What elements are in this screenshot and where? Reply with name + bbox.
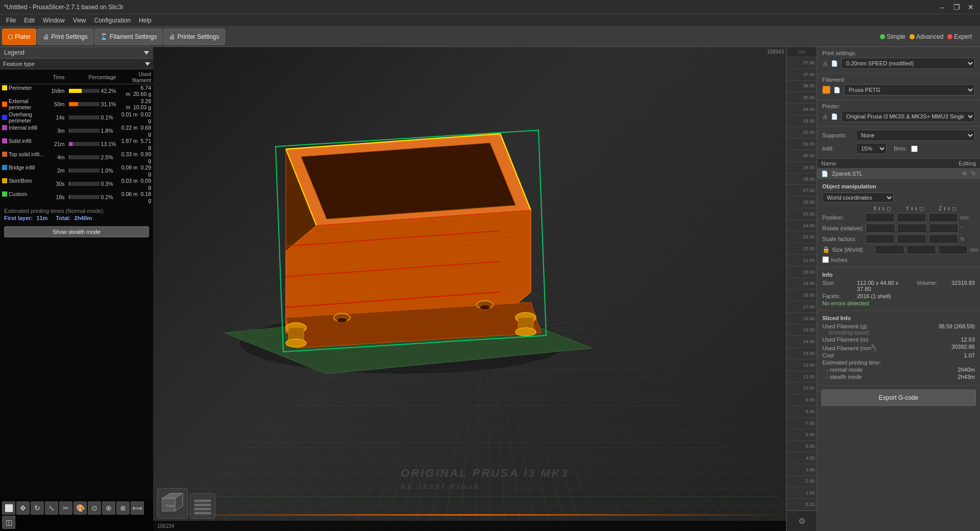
size-row: 🔒 Size [World]: 112 44.8 37.8 mm xyxy=(822,245,975,254)
axis-header-row: X ⬆⬇ ◻ Y ⬆⬇ ◻ Z ⬆⬇ ◻ xyxy=(822,206,975,211)
scale-tool[interactable]: ⤡ xyxy=(45,501,58,515)
object-list-name-col: Name xyxy=(821,160,836,166)
ruler-mark: 19.00 xyxy=(787,278,817,290)
color-tool[interactable]: 🎨 xyxy=(74,501,87,515)
status-bar: 106234 xyxy=(153,521,786,531)
menu-item-configuration[interactable]: Configuration xyxy=(90,16,135,25)
rotate-z-input[interactable]: 0 xyxy=(929,224,959,233)
advanced-mode[interactable]: Advanced xyxy=(910,33,943,40)
view-cube[interactable]: Front xyxy=(157,488,188,519)
settings-icon[interactable]: ⚙ xyxy=(798,516,805,526)
menu-item-view[interactable]: View xyxy=(69,16,90,25)
print-profile-select[interactable]: 0.20mm SPEED (modified) xyxy=(841,58,975,69)
lock-icon[interactable]: 🔒 xyxy=(822,246,830,253)
color-swatch xyxy=(2,85,7,90)
stat-name-cell: Solid infill xyxy=(0,137,49,144)
rotate-x-input[interactable]: 0 xyxy=(866,224,895,233)
ruler-mark: 35.00 xyxy=(787,92,817,104)
stat-filament: 0.09 m 0.29 g xyxy=(118,164,153,177)
color-swatch xyxy=(2,115,7,120)
stat-time: 14s xyxy=(49,111,66,124)
close-button[interactable]: ✕ xyxy=(966,2,976,12)
position-x-input[interactable]: 125 xyxy=(865,213,895,222)
stat-name-cell: Skirt/Brim xyxy=(0,177,49,184)
coord-system-select[interactable]: World coordinates xyxy=(822,192,894,203)
legend-header: Legend xyxy=(0,47,153,59)
support-tool[interactable]: ⊙ xyxy=(88,501,101,515)
filament-settings-button[interactable]: 🧵 Filament Settings xyxy=(94,29,163,45)
menu-item-edit[interactable]: Edit xyxy=(20,16,39,25)
print-settings-button[interactable]: 🖨 Print Settings xyxy=(37,29,93,45)
ruler-mark: 12.00 xyxy=(787,359,817,371)
stat-pct: 42.2% xyxy=(67,84,118,98)
stat-filament: 6.74 m 20.60 g xyxy=(118,84,153,98)
infill-label: Infill: xyxy=(822,146,853,152)
height-tool[interactable]: ⟺ xyxy=(131,501,144,515)
position-z-input[interactable]: 18.9 xyxy=(928,213,958,222)
legend-collapse-icon[interactable] xyxy=(144,51,149,55)
inches-row: Inches xyxy=(822,256,975,263)
col-percentage: Percentage xyxy=(67,70,118,84)
brim-checkbox[interactable] xyxy=(911,146,918,152)
minimize-button[interactable]: – xyxy=(937,2,947,12)
infill-select[interactable]: 15% xyxy=(856,143,887,154)
visibility-icon[interactable]: 👁 xyxy=(962,170,968,177)
edit-icon[interactable]: ✎ xyxy=(971,170,976,177)
titlebar: *Untitled - PrusaSlicer-2.7.1 based on S… xyxy=(0,0,980,14)
ruler-mark: 28.00 xyxy=(787,174,817,185)
scale-y-input[interactable]: 100 xyxy=(897,234,926,244)
scale-x-input[interactable]: 100 xyxy=(865,234,895,244)
supports-label: Supports: xyxy=(822,132,853,138)
printer-section: Printer: 🖨 📄 Original Prusa i3 MK3S & MK… xyxy=(817,100,980,127)
stats-row: Internal infill 3m 1.8% 0.22 m 0.68 g xyxy=(0,124,153,137)
filament-color-box xyxy=(822,86,830,94)
sliced-cost-label: Cost xyxy=(822,352,964,358)
position-y-input[interactable]: 105 xyxy=(897,213,926,222)
size-y-input[interactable]: 44.8 xyxy=(906,245,936,254)
ruler-mark: 16.00 xyxy=(787,313,817,325)
menu-item-file[interactable]: File xyxy=(2,16,20,25)
ruler-mark: 11.00 xyxy=(787,371,817,383)
rotate-tool[interactable]: ↻ xyxy=(31,501,44,515)
ruler-mark: 1.00 xyxy=(787,487,817,499)
color-swatch xyxy=(2,138,7,143)
hollow-tool[interactable]: ◫ xyxy=(2,516,15,529)
printer-settings-button[interactable]: 🖨 Printer Settings xyxy=(163,29,225,45)
restore-button[interactable]: ❐ xyxy=(951,2,962,12)
size-label: Size [World]: xyxy=(832,247,873,253)
show-stealth-button[interactable]: Show stealth mode xyxy=(4,226,149,237)
ruler-mark: 24.00 xyxy=(787,220,817,232)
object-list-row[interactable]: 📄 Zpaneti.STL 👁 ✎ xyxy=(817,168,980,179)
layer-view-toggle[interactable] xyxy=(190,493,215,519)
size-z-input[interactable]: 37.8 xyxy=(938,245,968,254)
cut-tool[interactable]: ✂ xyxy=(59,501,72,515)
export-gcode-button[interactable]: Export G-code xyxy=(821,390,976,406)
fdm-tool[interactable]: ⊗ xyxy=(116,501,130,515)
sliced-stealth-label: - stealth mode xyxy=(826,374,958,380)
filament-select[interactable]: Prusa PETG xyxy=(844,84,975,95)
scale-z-input[interactable]: 100 xyxy=(928,234,958,244)
feature-type-dropdown-icon[interactable] xyxy=(145,62,150,66)
stat-pct: 0.1% xyxy=(67,111,118,124)
y-axis-icon: ◻ xyxy=(919,206,923,211)
print-profile-row: 🖨 📄 0.20mm SPEED (modified) xyxy=(822,58,975,69)
seam-tool[interactable]: ⊕ xyxy=(102,501,115,515)
printer-select[interactable]: Original Prusa i3 MK3S & MK3S+ MMU3 Sing… xyxy=(841,111,975,122)
ruler-mark: 15.00 xyxy=(787,325,817,336)
simple-mode[interactable]: Simple xyxy=(880,33,905,40)
ruler-mark: 10.00 xyxy=(787,382,817,394)
menu-item-window[interactable]: Window xyxy=(39,16,69,25)
plater-button[interactable]: ⬡ Plater xyxy=(2,29,36,45)
sliced-normal-label: - normal mode xyxy=(826,367,958,373)
main-content: Legend Feature type Time Percentage Used… xyxy=(0,47,980,531)
window-title: *Untitled - PrusaSlicer-2.7.1 based on S… xyxy=(4,4,124,11)
supports-select[interactable]: None xyxy=(856,130,975,141)
size-x-input[interactable]: 112 xyxy=(875,245,904,254)
rotate-y-input[interactable]: 0 xyxy=(897,224,927,233)
select-tool[interactable]: ⬜ xyxy=(2,501,15,515)
move-tool[interactable]: ✥ xyxy=(16,501,30,515)
inches-checkbox[interactable] xyxy=(822,256,829,263)
viewport[interactable]: ORIGINAL PRUSA i3 MK3 by Josef Prusa 106… xyxy=(153,47,817,531)
menu-item-help[interactable]: Help xyxy=(135,16,156,25)
expert-mode[interactable]: Expert xyxy=(947,33,972,40)
